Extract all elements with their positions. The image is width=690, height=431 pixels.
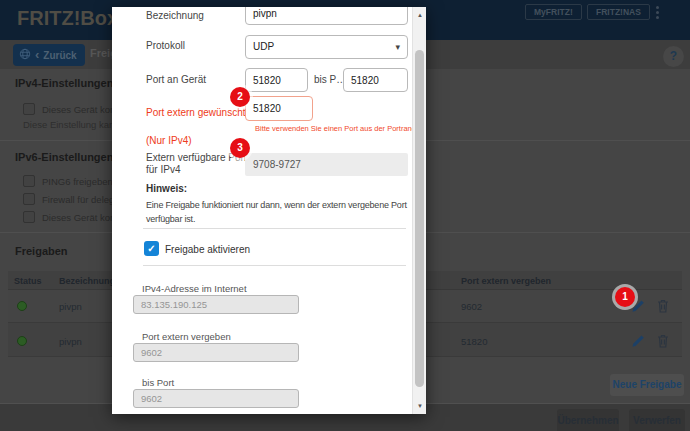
ipv4-exposed-host-checkbox[interactable] xyxy=(23,103,35,115)
protokoll-label: Protokoll xyxy=(146,40,185,51)
status-green-dot xyxy=(17,301,27,311)
freigabe-aktivieren-checkbox[interactable]: ✓ xyxy=(144,241,159,256)
scrollbar-thumb[interactable] xyxy=(415,50,424,387)
delete-trash-icon[interactable] xyxy=(655,298,671,314)
dialog-scrollbar[interactable]: ▲ ▼ xyxy=(412,7,426,414)
firewall-checkbox[interactable] xyxy=(23,193,35,205)
ip-internet-input xyxy=(133,295,299,314)
bezeichnung-label: Bezeichnung xyxy=(146,10,204,21)
annotation-marker-1: 1 xyxy=(615,287,635,307)
column-bezeichnung: Bezeichnung xyxy=(59,276,115,286)
edit-freigabe-dialog: Bezeichnung Protokoll UDP ▾ Port an Gerä… xyxy=(112,7,426,414)
annotation-marker-3: 3 xyxy=(230,138,250,158)
ping6-label: PING6 freigeben. xyxy=(42,176,115,187)
portrange-value-field: 9708-9727 xyxy=(245,153,408,176)
column-port-extern: Port extern vergeben xyxy=(461,276,551,286)
row1-bezeichnung: pivpn xyxy=(59,301,82,312)
ipv4-section-title: IPv4-Einstellungen xyxy=(15,77,113,89)
column-status: Status xyxy=(14,276,42,286)
hinweis-title: Hinweis: xyxy=(146,183,187,194)
annotation-marker-2: 2 xyxy=(230,87,250,107)
ip-internet-label: IPv4-Adresse im Internet xyxy=(142,283,247,294)
dialog-divider xyxy=(143,228,406,229)
ipv6-section-title: IPv6-Einstellungen xyxy=(15,151,113,163)
delete-trash-icon[interactable] xyxy=(655,333,671,349)
port-extern-label: Port extern gewünscht xyxy=(146,107,246,118)
fritznas-button[interactable]: FRITZ!NAS xyxy=(587,4,650,20)
ipv6-exposed-host-checkbox[interactable] xyxy=(23,211,35,223)
port-vergeben-label: Port extern vergeben xyxy=(142,331,231,342)
row2-bezeichnung: pivpn xyxy=(59,336,82,347)
myfritz-button[interactable]: MyFRITZ! xyxy=(525,4,582,20)
nur-ipv4-label: (Nur IPv4) xyxy=(146,135,192,146)
bis-port-vergeben-input xyxy=(133,389,299,408)
status-green-dot xyxy=(17,336,27,346)
fritzbox-screen: FRITZ!Box 7490 MyFRITZ! FRITZ!NAS ‹ Zurü… xyxy=(0,0,690,431)
port-vergeben-input xyxy=(133,343,299,362)
ping6-checkbox[interactable] xyxy=(23,175,35,187)
chevron-down-icon: ▾ xyxy=(395,36,400,58)
bezeichnung-input[interactable] xyxy=(245,7,408,25)
row2-port-extern: 51820 xyxy=(461,336,487,347)
edit-pencil-icon[interactable] xyxy=(630,333,646,349)
scroll-down-icon[interactable]: ▼ xyxy=(413,403,426,409)
help-icon[interactable]: ? xyxy=(663,46,684,67)
new-freigabe-button[interactable]: Neue Freigabe xyxy=(610,374,684,396)
protokoll-value: UDP xyxy=(253,41,274,52)
globe-icon xyxy=(19,48,31,62)
bis-port-label: bis P… xyxy=(314,74,346,85)
port-geraet-label: Port an Gerät xyxy=(146,74,206,85)
scroll-up-icon[interactable]: ▲ xyxy=(413,12,426,18)
kebab-menu-icon[interactable] xyxy=(656,6,660,19)
port-extern-input[interactable] xyxy=(245,96,313,121)
back-button[interactable]: ‹ Zurück xyxy=(13,44,85,66)
freigaben-section-title: Freigaben xyxy=(15,245,68,257)
back-button-label: Zurück xyxy=(43,50,76,61)
chevron-left-icon: ‹ xyxy=(35,50,39,60)
dialog-divider xyxy=(143,265,406,266)
row1-port-extern: 9602 xyxy=(461,301,482,312)
port-extern-error: Bitte verwenden Sie einen Port aus der P… xyxy=(255,124,420,133)
freigabe-aktivieren-label: Freigabe aktivieren xyxy=(165,244,250,255)
port-geraet-input[interactable] xyxy=(245,68,308,92)
apply-button[interactable]: Übernehmen xyxy=(557,409,619,431)
bis-port-vergeben-label: bis Port xyxy=(142,377,174,388)
protokoll-select[interactable]: UDP ▾ xyxy=(245,35,408,59)
hinweis-text: Eine Freigabe funktioniert nur dann, wen… xyxy=(146,199,422,226)
discard-button[interactable]: Verwerfen xyxy=(629,409,685,431)
bis-port-input[interactable] xyxy=(343,68,408,92)
